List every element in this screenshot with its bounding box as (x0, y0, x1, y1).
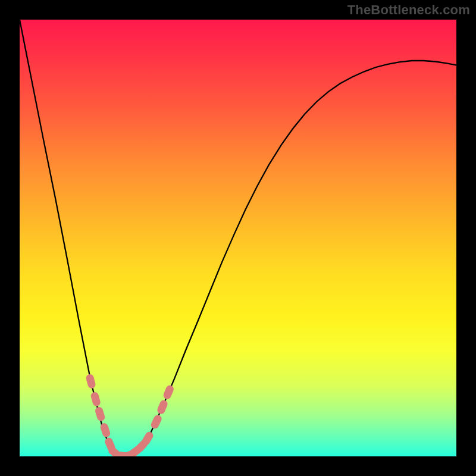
chart-frame: TheBottleneck.com (0, 0, 476, 476)
attribution-watermark: TheBottleneck.com (347, 2, 470, 18)
curve-marker (85, 374, 96, 390)
curve-marker (150, 414, 163, 430)
marker-group (85, 374, 175, 456)
curve-marker (90, 391, 101, 407)
curve-marker (94, 406, 106, 422)
bottleneck-curve (20, 20, 456, 456)
curve-marker (156, 399, 168, 415)
curve-marker (162, 384, 175, 400)
chart-svg (20, 20, 456, 456)
gradient-background (20, 20, 456, 456)
